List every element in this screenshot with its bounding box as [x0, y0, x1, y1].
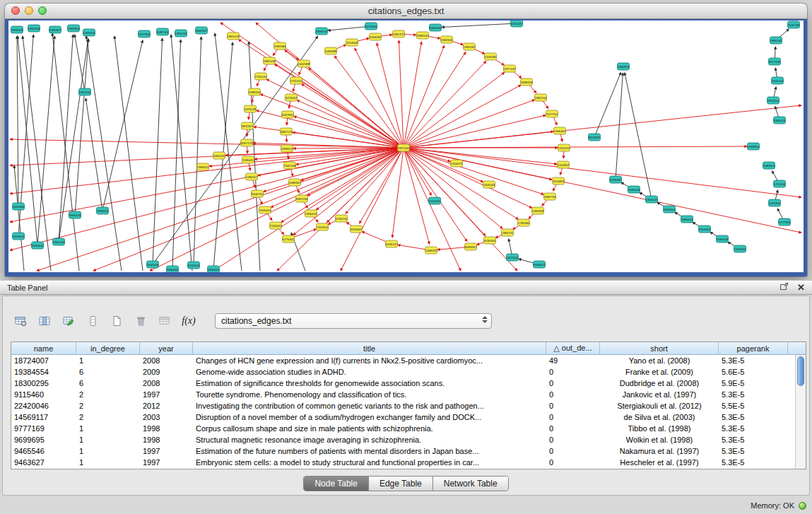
- graph-node[interactable]: 1210352: [769, 199, 781, 206]
- graph-node[interactable]: 2204072: [451, 160, 463, 167]
- graph-node[interactable]: 9135491: [484, 237, 496, 244]
- graph-node[interactable]: 1955182: [464, 43, 476, 50]
- graph-node[interactable]: 9937235: [296, 195, 308, 202]
- graph-node[interactable]: 2204907: [558, 161, 570, 168]
- column-header-year[interactable]: year: [140, 342, 193, 355]
- graph-node[interactable]: 1905132: [646, 196, 658, 203]
- graph-node[interactable]: 1514451: [429, 197, 441, 204]
- graph-node[interactable]: 2526065: [13, 203, 25, 210]
- table-row[interactable]: 1938455462009Genome-wide association stu…: [11, 366, 795, 378]
- graph-node[interactable]: 1442089: [298, 60, 310, 67]
- graph-node[interactable]: 7234420: [270, 222, 282, 229]
- graph-node[interactable]: 1605184: [483, 181, 495, 188]
- graph-node[interactable]: 1900114: [208, 266, 220, 272]
- table-row[interactable]: 911546021997Tourette syndrome. Phenomeno…: [11, 389, 795, 400]
- graph-node[interactable]: 4275512: [286, 94, 298, 101]
- table-row[interactable]: 1872400712008Changes of HCN gene express…: [11, 355, 795, 366]
- graph-node[interactable]: 2120104: [188, 262, 200, 269]
- graph-node[interactable]: 1527304: [139, 30, 151, 37]
- graph-node[interactable]: 3867175: [281, 128, 293, 135]
- graph-node[interactable]: 1664091: [370, 33, 382, 40]
- table-row[interactable]: 1830029562008Estimation of significance …: [11, 378, 795, 389]
- graph-node[interactable]: 3067175: [241, 139, 253, 146]
- graph-node[interactable]: 2751412: [290, 77, 302, 84]
- graph-node[interactable]: 1662615: [441, 36, 453, 43]
- table-mode-button[interactable]: [13, 313, 28, 329]
- graph-node[interactable]: 8119197: [589, 134, 601, 141]
- graph-node[interactable]: 1905514: [681, 216, 693, 223]
- graph-node[interactable]: 1280327: [246, 173, 258, 180]
- graph-node[interactable]: 1089337: [289, 179, 301, 186]
- close-window-button[interactable]: [11, 6, 20, 15]
- graph-node[interactable]: 1964879: [618, 63, 630, 70]
- graph-node[interactable]: 7690411: [242, 156, 254, 163]
- graph-node[interactable]: 2141233: [788, 21, 800, 28]
- network-canvas[interactable]: 1872400228058418601282752141193916324751…: [8, 21, 804, 272]
- graph-node[interactable]: 6175341: [283, 235, 295, 243]
- graph-node[interactable]: 1939163: [249, 88, 261, 95]
- graph-node[interactable]: 8093657: [465, 243, 477, 250]
- minimize-window-button[interactable]: [25, 6, 33, 15]
- graph-node[interactable]: 9277431: [769, 58, 781, 65]
- graph-node[interactable]: 1093104: [83, 29, 95, 36]
- graph-node[interactable]: 1941204: [175, 30, 187, 37]
- graph-node[interactable]: 1795384: [518, 219, 530, 226]
- graph-node[interactable]: 6735120: [336, 215, 348, 222]
- table-row[interactable]: 946554611997Estimation of the future num…: [11, 445, 795, 457]
- graph-node[interactable]: 1270154: [774, 180, 786, 187]
- column-header-name[interactable]: name: [11, 342, 76, 355]
- graph-node[interactable]: 1906414: [305, 210, 317, 217]
- graph-node[interactable]: 1321670: [558, 144, 570, 151]
- vertical-scrollbar[interactable]: [795, 355, 806, 469]
- graph-node[interactable]: 7342108: [284, 162, 296, 169]
- graph-node[interactable]: 1994721: [502, 229, 514, 236]
- graph-node[interactable]: 1841307: [196, 27, 208, 34]
- scrollbar-thumb[interactable]: [797, 356, 804, 386]
- graph-node[interactable]: 5572304: [365, 23, 377, 30]
- graph-node[interactable]: 6257801: [282, 111, 294, 118]
- graph-node[interactable]: 1905104: [28, 25, 40, 32]
- graph-node[interactable]: 2041104: [147, 261, 159, 268]
- graph-node[interactable]: 1905144: [53, 238, 65, 245]
- graph-node[interactable]: 1860128: [264, 57, 276, 64]
- graph-node[interactable]: 7320911: [317, 223, 329, 230]
- column-selector-button[interactable]: [37, 313, 52, 329]
- rows-button[interactable]: [85, 313, 100, 329]
- delete-column-button[interactable]: [133, 313, 148, 329]
- graph-node[interactable]: 9153447: [351, 226, 363, 233]
- column-header-out_degree[interactable]: △ out_de...: [546, 342, 600, 355]
- graph-node[interactable]: 2145083: [485, 53, 497, 60]
- column-header-pagerank[interactable]: pagerank: [719, 342, 788, 355]
- graph-node[interactable]: 1905164: [734, 245, 746, 252]
- graph-node[interactable]: 2081314: [157, 28, 169, 35]
- graph-node[interactable]: 1459493: [532, 207, 544, 214]
- graph-node[interactable]: 1983142: [417, 32, 429, 39]
- column-header-title[interactable]: title: [193, 342, 546, 355]
- graph-node[interactable]: 1646401: [554, 127, 566, 134]
- tab-network-table[interactable]: Network Table: [433, 477, 508, 491]
- graph-node[interactable]: 1595814: [748, 143, 760, 150]
- zoom-window-button[interactable]: [38, 6, 47, 15]
- graph-node[interactable]: 2094104: [628, 186, 640, 193]
- graph-node[interactable]: 8181044: [430, 24, 442, 31]
- graph-node[interactable]: 7625414: [259, 206, 271, 214]
- graph-node[interactable]: 1577151: [546, 110, 558, 117]
- create-column-button[interactable]: [109, 313, 124, 329]
- graph-node[interactable]: 1124549: [346, 39, 358, 46]
- float-panel-icon[interactable]: [779, 281, 789, 294]
- graph-node[interactable]: 1950234: [167, 266, 179, 272]
- import-table-button[interactable]: [157, 313, 172, 329]
- table-combobox[interactable]: citations_edges.txt: [215, 313, 492, 329]
- graph-node[interactable]: 2161427: [511, 21, 523, 27]
- graph-node[interactable]: 1895794: [544, 193, 556, 200]
- graph-node[interactable]: 1872400: [398, 144, 410, 151]
- edit-values-button[interactable]: [61, 313, 76, 329]
- graph-node[interactable]: 2091104: [32, 242, 44, 249]
- graph-node[interactable]: 1915114: [767, 97, 779, 104]
- graph-node[interactable]: 1679197: [610, 176, 622, 183]
- graph-node[interactable]: 1904414: [699, 226, 711, 233]
- graph-node[interactable]: 1904114: [664, 206, 676, 213]
- window-titlebar[interactable]: citations_edges.txt: [5, 4, 807, 19]
- graph-node[interactable]: 1830220: [213, 152, 225, 159]
- graph-node[interactable]: 1892104: [535, 94, 547, 101]
